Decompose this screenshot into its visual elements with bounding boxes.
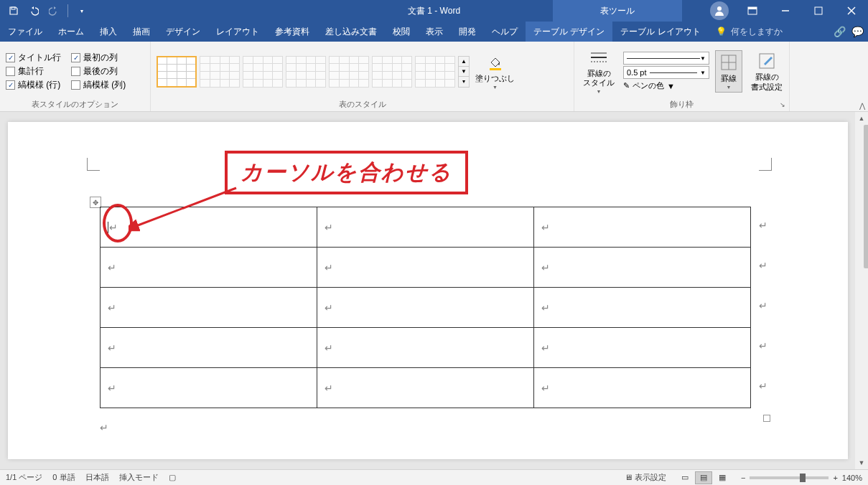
border-styles-button[interactable]: 罫線の スタイル▼ bbox=[580, 46, 617, 97]
scroll-thumb[interactable] bbox=[864, 125, 868, 268]
ribbon-display-button[interactable] bbox=[736, 0, 769, 22]
tab-table-layout[interactable]: テーブル レイアウト bbox=[612, 22, 708, 42]
margin-corner-icon bbox=[87, 158, 100, 171]
border-painter-icon bbox=[757, 51, 777, 71]
table-style-item[interactable] bbox=[200, 56, 240, 88]
table-style-item[interactable] bbox=[286, 56, 326, 88]
maximize-button[interactable] bbox=[802, 0, 835, 22]
gallery-up-button[interactable]: ▲ bbox=[459, 57, 469, 67]
table-resize-handle[interactable] bbox=[763, 415, 770, 422]
table-style-item[interactable] bbox=[329, 56, 369, 88]
border-style-icon bbox=[589, 47, 609, 67]
quick-access-toolbar: ▾ bbox=[0, 2, 91, 19]
table-cell[interactable]: ↵ bbox=[317, 368, 533, 408]
status-bar: 1/1 ページ 0 単語 日本語 挿入モード ▢ 🖥 表示設定 ▭ ▤ ▦ − … bbox=[0, 469, 868, 485]
tab-design[interactable]: デザイン bbox=[158, 22, 208, 42]
read-mode-button[interactable]: ▭ bbox=[676, 471, 694, 484]
zoom-level[interactable]: 140% bbox=[842, 474, 862, 482]
table-cell[interactable]: ↵ bbox=[317, 207, 533, 248]
borders-button[interactable]: 罫線▼ bbox=[715, 50, 742, 93]
tab-home[interactable]: ホーム bbox=[50, 22, 92, 42]
table-cell[interactable]: ↵ bbox=[533, 328, 750, 368]
macro-record-icon[interactable]: ▢ bbox=[169, 473, 176, 482]
svg-rect-3 bbox=[748, 7, 757, 9]
chk-banded-cols[interactable]: 縞模様 (列) bbox=[71, 79, 126, 91]
table-cell[interactable]: ↵ bbox=[100, 288, 317, 328]
table-cell[interactable]: ↵ bbox=[533, 368, 750, 408]
border-painter-button[interactable]: 罫線の 書式設定 bbox=[748, 50, 785, 93]
table-cell[interactable]: ↵ bbox=[100, 248, 317, 288]
zoom-slider[interactable] bbox=[750, 476, 829, 479]
status-insert-mode[interactable]: 挿入モード bbox=[119, 472, 159, 483]
save-button[interactable] bbox=[4, 2, 23, 19]
status-language[interactable]: 日本語 bbox=[85, 472, 109, 483]
table-row: ↵↵↵ bbox=[100, 207, 750, 248]
chk-header-row[interactable]: ✓タイトル行 bbox=[6, 52, 61, 64]
table-cell[interactable]: ↵ bbox=[100, 328, 317, 368]
redo-button[interactable] bbox=[45, 2, 63, 19]
table-cell[interactable]: ↵ bbox=[533, 248, 750, 288]
web-layout-button[interactable]: ▦ bbox=[714, 471, 731, 484]
shading-button[interactable]: 塗りつぶし▼ bbox=[472, 51, 518, 93]
table-cell[interactable]: ↵ bbox=[317, 288, 533, 328]
account-avatar-icon[interactable] bbox=[710, 1, 729, 20]
tab-references[interactable]: 参考資料 bbox=[267, 22, 317, 42]
table-cell[interactable]: ↵ bbox=[317, 328, 533, 368]
annotation-callout: カーソルを合わせる bbox=[225, 151, 468, 194]
table-cell[interactable]: ↵ bbox=[317, 248, 533, 288]
minimize-button[interactable] bbox=[769, 0, 802, 22]
title-bar: ▾ 文書 1 - Word 表ツール bbox=[0, 0, 868, 22]
zoom-slider-thumb[interactable] bbox=[800, 474, 806, 482]
display-settings-button[interactable]: 🖥 表示設定 bbox=[625, 472, 666, 483]
status-word-count[interactable]: 0 単語 bbox=[52, 472, 75, 483]
borders-icon bbox=[719, 52, 739, 72]
pen-style-combo[interactable]: ▼ bbox=[623, 52, 709, 65]
gallery-scroll: ▲▼▾ bbox=[458, 56, 470, 88]
close-button[interactable] bbox=[835, 0, 868, 22]
table-cell[interactable]: ↵ bbox=[533, 288, 750, 328]
tab-draw[interactable]: 描画 bbox=[125, 22, 158, 42]
tab-developer[interactable]: 開発 bbox=[451, 22, 484, 42]
gallery-down-button[interactable]: ▼ bbox=[459, 67, 469, 77]
print-layout-button[interactable]: ▤ bbox=[695, 471, 712, 484]
tab-table-design[interactable]: テーブル デザイン bbox=[526, 22, 612, 42]
collapse-ribbon-button[interactable]: ⋀ bbox=[859, 102, 865, 110]
chk-last-col[interactable]: 最後の列 bbox=[71, 65, 126, 77]
gallery-more-button[interactable]: ▾ bbox=[459, 77, 469, 86]
tab-help[interactable]: ヘルプ bbox=[484, 22, 526, 42]
tab-file[interactable]: ファイル bbox=[0, 22, 50, 42]
undo-button[interactable] bbox=[24, 2, 43, 19]
row-end-mark: ↵ bbox=[759, 260, 767, 271]
table-cell[interactable]: ↵ bbox=[100, 207, 317, 248]
document-title: 文書 1 - Word bbox=[408, 5, 460, 17]
table-style-item[interactable] bbox=[372, 56, 412, 88]
table-style-item[interactable] bbox=[243, 56, 283, 88]
tab-mailings[interactable]: 差し込み文書 bbox=[317, 22, 385, 42]
tab-view[interactable]: 表示 bbox=[418, 22, 451, 42]
table-cell[interactable]: ↵ bbox=[100, 368, 317, 408]
status-page[interactable]: 1/1 ページ bbox=[6, 472, 42, 483]
table-cell[interactable]: ↵ bbox=[533, 207, 750, 248]
table-style-item[interactable] bbox=[415, 56, 455, 88]
tab-insert[interactable]: 挿入 bbox=[92, 22, 125, 42]
vertical-scrollbar: ▲ ▼ bbox=[855, 112, 868, 469]
share-button[interactable]: 🔗 bbox=[834, 26, 846, 37]
chk-total-row[interactable]: 集計行 bbox=[6, 65, 61, 77]
page[interactable]: ✥ ↵↵↵ ↵↵↵ ↵↵↵ ↵↵↵ ↵↵↵ ↵ ↵ ↵ ↵ ↵ ↵ カーソルを合… bbox=[8, 122, 848, 459]
chk-banded-rows[interactable]: ✓縞模様 (行) bbox=[6, 79, 61, 91]
scroll-up-button[interactable]: ▲ bbox=[855, 112, 868, 125]
tab-review[interactable]: 校閲 bbox=[385, 22, 418, 42]
tell-me-search[interactable]: 💡 何をしますか bbox=[709, 22, 834, 42]
zoom-out-button[interactable]: − bbox=[741, 474, 745, 482]
dialog-launcher-button[interactable]: ↘ bbox=[778, 100, 788, 110]
table-style-item[interactable] bbox=[157, 56, 197, 88]
zoom-in-button[interactable]: + bbox=[833, 474, 837, 482]
scroll-down-button[interactable]: ▼ bbox=[855, 456, 868, 469]
table-row: ↵↵↵ bbox=[100, 328, 750, 368]
comments-button[interactable]: 💬 bbox=[851, 26, 864, 37]
pen-weight-combo[interactable]: 0.5 pt▼ bbox=[623, 66, 709, 79]
chk-first-col[interactable]: ✓最初の列 bbox=[71, 52, 126, 64]
qat-customize-button[interactable]: ▾ bbox=[73, 2, 91, 19]
tab-layout[interactable]: レイアウト bbox=[208, 22, 267, 42]
pen-color-button[interactable]: ✎ペンの色 ▼ bbox=[623, 80, 709, 91]
